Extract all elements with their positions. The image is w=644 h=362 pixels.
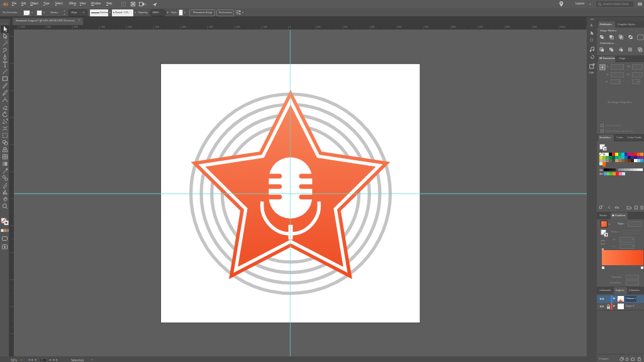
svg-text:-1000: -1000 bbox=[19, 26, 25, 28]
svg-text:1000: 1000 bbox=[560, 26, 565, 28]
svg-text:0: 0 bbox=[290, 26, 291, 28]
svg-text:-800: -800 bbox=[74, 26, 78, 28]
svg-text:-100: -100 bbox=[263, 26, 267, 28]
svg-text:300: 300 bbox=[371, 26, 375, 28]
svg-text:-200: -200 bbox=[236, 26, 240, 28]
svg-text:700: 700 bbox=[479, 26, 483, 28]
svg-text:-600: -600 bbox=[128, 26, 132, 28]
svg-text:-400: -400 bbox=[182, 26, 186, 28]
svg-text:-700: -700 bbox=[101, 26, 105, 28]
svg-text:-900: -900 bbox=[47, 26, 51, 28]
svg-text:200: 200 bbox=[344, 26, 348, 28]
svg-text:100: 100 bbox=[317, 26, 321, 28]
svg-text:800: 800 bbox=[506, 26, 510, 28]
svg-text:-300: -300 bbox=[209, 26, 213, 28]
svg-text:400: 400 bbox=[398, 26, 402, 28]
svg-text:500: 500 bbox=[425, 26, 429, 28]
svg-text:600: 600 bbox=[452, 26, 456, 28]
svg-text:-500: -500 bbox=[155, 26, 159, 28]
svg-text:900: 900 bbox=[533, 26, 537, 28]
